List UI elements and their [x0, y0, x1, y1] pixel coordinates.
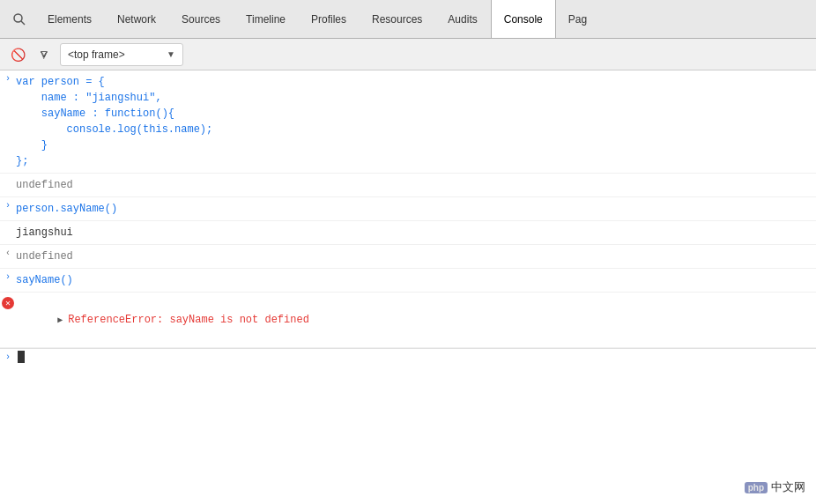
watermark: php 中文网: [745, 479, 805, 495]
clear-console-button[interactable]: 🚫: [7, 44, 28, 65]
console-output: › var person = { name : "jiangshui", say…: [0, 70, 816, 504]
tab-sources[interactable]: Sources: [169, 0, 234, 38]
frame-selector[interactable]: <top frame> ▼: [60, 43, 183, 66]
error-icon: ✕: [2, 297, 14, 309]
input-caret: [18, 351, 25, 363]
console-input-line[interactable]: ›: [0, 348, 816, 365]
tab-page[interactable]: Pag: [556, 0, 600, 38]
tab-audits[interactable]: Audits: [435, 0, 490, 38]
entry-spacer-2: [0, 223, 16, 225]
entry-expand-arrow[interactable]: ›: [0, 72, 16, 84]
input-prompt: ›: [0, 352, 16, 362]
console-entry-error: ✕ ▶ReferenceError: sayName is not define…: [0, 293, 816, 348]
error-icon-container: ✕: [0, 294, 16, 309]
entry-error-content: ▶ReferenceError: sayName is not defined: [16, 294, 816, 345]
entry-undefined-2: undefined: [16, 247, 816, 266]
tab-network[interactable]: Network: [105, 0, 169, 38]
error-message: ReferenceError: sayName is not defined: [68, 314, 309, 326]
entry-code-block: var person = { name : "jiangshui", sayNa…: [16, 72, 816, 171]
tab-resources[interactable]: Resources: [360, 0, 435, 38]
entry-jiangshui-output: jiangshui: [16, 223, 816, 242]
frame-label: <top frame>: [68, 48, 125, 61]
entry-undefined-1: undefined: [16, 175, 816, 195]
search-button[interactable]: [4, 0, 35, 38]
tab-bar: Elements Network Sources Timeline Profil…: [0, 0, 816, 39]
site-label: 中文网: [771, 479, 805, 495]
tab-console[interactable]: Console: [491, 0, 556, 38]
svg-line-1: [21, 21, 25, 25]
error-expand-arrow[interactable]: ▶: [54, 315, 66, 327]
console-entry-return-undefined: ‹ undefined: [0, 245, 816, 269]
php-logo: php: [745, 482, 768, 493]
console-entry-undefined-1: undefined: [0, 174, 816, 197]
console-entry-var: › var person = { name : "jiangshui", say…: [0, 70, 816, 174]
entry-sayname-bare-call: sayName(): [16, 271, 816, 290]
entry-expand-sayname[interactable]: ›: [0, 199, 16, 211]
php-text: php: [748, 483, 764, 493]
entry-return-arrow: ‹: [0, 247, 16, 258]
console-entry-jiangshui: jiangshui: [0, 221, 816, 245]
entry-sayname-call: person.sayName(): [16, 199, 816, 219]
entry-expand-sayname-bare[interactable]: ›: [0, 271, 16, 282]
tab-elements[interactable]: Elements: [35, 0, 105, 38]
tab-timeline[interactable]: Timeline: [234, 0, 299, 38]
frame-selector-arrow: ▼: [167, 49, 175, 59]
console-toolbar: 🚫 ⛛ <top frame> ▼: [0, 39, 816, 70]
console-entry-sayname-bare: › sayName(): [0, 269, 816, 293]
filter-button[interactable]: ⛛: [33, 44, 55, 65]
console-entry-sayname: › person.sayName(): [0, 197, 816, 221]
search-icon: [12, 12, 26, 26]
entry-spacer: [0, 175, 16, 177]
svg-point-0: [14, 14, 22, 22]
tab-profiles[interactable]: Profiles: [299, 0, 360, 38]
